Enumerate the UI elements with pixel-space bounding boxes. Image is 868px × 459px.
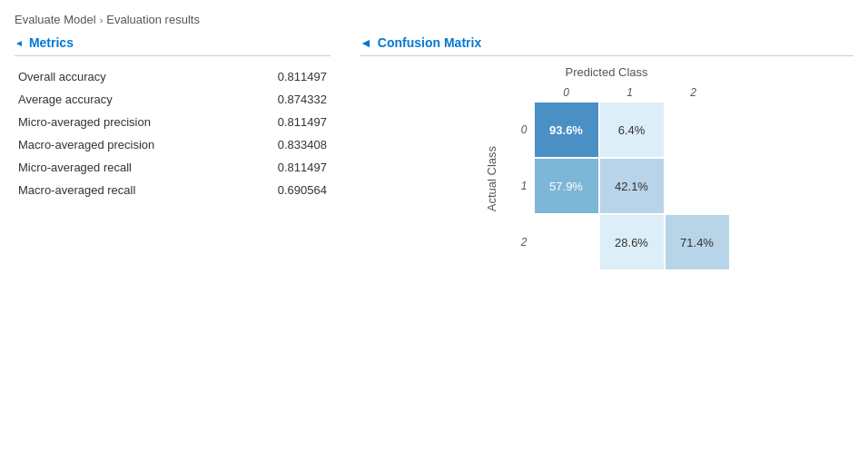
predicted-labels-row: 012 bbox=[535, 86, 729, 99]
matrix-cell: 6.4% bbox=[600, 103, 664, 157]
metric-value: 0.811497 bbox=[242, 111, 330, 133]
matrix-row: 157.9%42.1% bbox=[508, 159, 729, 213]
matrix-cells: 28.6%71.4% bbox=[535, 215, 729, 269]
matrix-with-axes: Actual Class 012 093.6%6.4%157.9%42.1%22… bbox=[485, 86, 729, 271]
confusion-section-header: ◄ Confusion Matrix bbox=[360, 35, 853, 56]
table-row: Micro-averaged precision0.811497 bbox=[15, 111, 330, 133]
predicted-label: 2 bbox=[662, 86, 725, 99]
actual-label: 2 bbox=[508, 236, 535, 249]
metric-label: Overall accuracy bbox=[15, 65, 242, 88]
breadcrumb: Evaluate Model › Evaluation results bbox=[0, 0, 868, 35]
breadcrumb-chevron: › bbox=[100, 15, 104, 25]
metric-label: Micro-averaged recall bbox=[15, 156, 242, 179]
breadcrumb-step2[interactable]: Evaluation results bbox=[106, 13, 200, 26]
predicted-label: 0 bbox=[535, 86, 598, 99]
matrix-cell: 93.6% bbox=[535, 103, 598, 157]
matrix-cell bbox=[535, 215, 598, 269]
metric-value: 0.811497 bbox=[242, 156, 330, 179]
metric-value: 0.874332 bbox=[242, 88, 330, 111]
metric-label: Macro-averaged recall bbox=[15, 179, 242, 201]
actual-class-label: Actual Class bbox=[485, 146, 498, 211]
metrics-title: Metrics bbox=[29, 35, 74, 50]
metric-label: Average accuracy bbox=[15, 88, 242, 111]
main-content: ◄ Metrics Overall accuracy0.811497Averag… bbox=[0, 35, 868, 454]
matrix-cell bbox=[666, 103, 729, 157]
metrics-section-header: ◄ Metrics bbox=[15, 35, 330, 56]
confusion-panel: ◄ Confusion Matrix Predicted Class Actua… bbox=[345, 35, 868, 454]
table-row: Average accuracy0.874332 bbox=[15, 88, 330, 111]
matrix-cell: 57.9% bbox=[535, 159, 598, 213]
matrix-cells: 57.9%42.1% bbox=[535, 159, 729, 213]
table-row: Macro-averaged recall0.690564 bbox=[15, 179, 330, 201]
matrix-cell: 28.6% bbox=[600, 215, 664, 269]
metrics-table: Overall accuracy0.811497Average accuracy… bbox=[15, 65, 330, 201]
metric-value: 0.811497 bbox=[242, 65, 330, 88]
metric-value: 0.833408 bbox=[242, 133, 330, 156]
matrix-cells: 93.6%6.4% bbox=[535, 103, 729, 157]
actual-label: 0 bbox=[508, 123, 535, 136]
breadcrumb-step1[interactable]: Evaluate Model bbox=[15, 13, 96, 26]
metrics-panel: ◄ Metrics Overall accuracy0.811497Averag… bbox=[0, 35, 345, 454]
matrix-row: 228.6%71.4% bbox=[508, 215, 729, 269]
metrics-collapse-icon[interactable]: ◄ bbox=[15, 38, 24, 48]
confusion-matrix-container: Predicted Class Actual Class 012 093.6%6… bbox=[360, 65, 853, 271]
predicted-label: 1 bbox=[598, 86, 662, 99]
actual-label: 1 bbox=[508, 180, 535, 192]
matrix-cell bbox=[666, 159, 729, 213]
confusion-title: Confusion Matrix bbox=[378, 35, 481, 50]
metric-label: Macro-averaged precision bbox=[15, 133, 242, 156]
matrix-area: 012 093.6%6.4%157.9%42.1%228.6%71.4% bbox=[508, 86, 729, 271]
confusion-collapse-icon[interactable]: ◄ bbox=[360, 35, 372, 50]
matrix-rows: 093.6%6.4%157.9%42.1%228.6%71.4% bbox=[508, 103, 729, 271]
predicted-class-label: Predicted Class bbox=[565, 65, 647, 79]
metric-value: 0.690564 bbox=[242, 179, 330, 201]
table-row: Overall accuracy0.811497 bbox=[15, 65, 330, 88]
matrix-row: 093.6%6.4% bbox=[508, 103, 729, 157]
matrix-cell: 71.4% bbox=[666, 215, 729, 269]
matrix-cell: 42.1% bbox=[600, 159, 664, 213]
table-row: Micro-averaged recall0.811497 bbox=[15, 156, 330, 179]
table-row: Macro-averaged precision0.833408 bbox=[15, 133, 330, 156]
metric-label: Micro-averaged precision bbox=[15, 111, 242, 133]
